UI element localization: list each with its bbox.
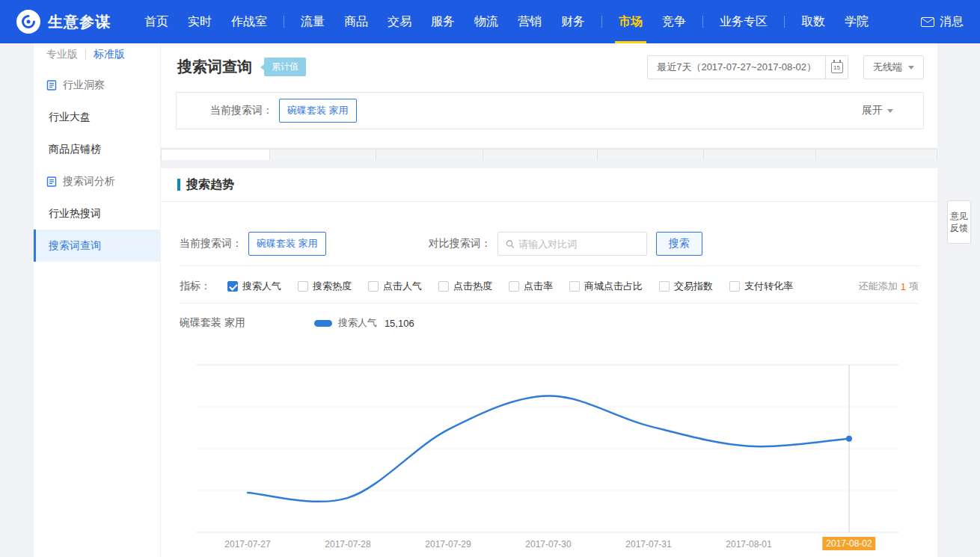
metrics-label: 指标：	[180, 280, 211, 293]
nav-item-service[interactable]: 服务	[421, 0, 465, 43]
x-axis-label: 2017-07-31	[625, 539, 671, 550]
brand[interactable]: 生意参谋	[16, 10, 111, 34]
current-word-chip[interactable]: 碗碟套装 家用	[279, 99, 357, 123]
section-tab[interactable]	[703, 149, 815, 160]
current-word-panel: 当前搜索词： 碗碟套装 家用 展开	[176, 92, 924, 129]
message-button[interactable]: 消息	[921, 14, 964, 30]
expand-toggle[interactable]: 展开	[862, 104, 893, 117]
section-tab[interactable]	[269, 149, 376, 160]
page-header-panel: 搜索词查询 累计值 最近7天（2017-07-27~2017-08-02） 15…	[161, 43, 937, 147]
sidebar-item-search-word-query[interactable]: 搜索词查询	[34, 230, 160, 262]
divider	[180, 303, 919, 304]
section-title-bar	[177, 179, 180, 191]
legend-name: 搜索人气	[338, 316, 377, 330]
metric-label: 商城点击占比	[584, 280, 643, 293]
cumulative-badge: 累计值	[264, 58, 306, 76]
envelope-icon	[921, 17, 934, 27]
metric-click-heat[interactable]: 点击热度	[438, 280, 492, 293]
version-pro[interactable]: 专业版	[46, 48, 78, 61]
x-axis-label: 2017-07-27	[224, 539, 270, 550]
nav-item-market[interactable]: 市场	[609, 0, 652, 43]
nav-item-realtime[interactable]: 实时	[178, 0, 221, 43]
sidebar-item-label: 搜索词分析	[63, 175, 115, 188]
checkbox-icon[interactable]	[729, 281, 740, 292]
nav-item-marketing[interactable]: 营销	[508, 0, 551, 43]
compare-word-input[interactable]	[518, 239, 638, 250]
title-row: 搜索词查询 累计值	[177, 57, 306, 77]
nav-menu: 首页 实时 作战室 流量 商品 交易 服务 物流 营销 财务 市场 竞争 业务专…	[135, 0, 878, 43]
checkbox-checked-icon[interactable]	[227, 281, 238, 292]
legend-search-popularity[interactable]: 搜索人气 15,106	[314, 316, 414, 330]
section-tab[interactable]	[161, 149, 269, 160]
nav-item-competition[interactable]: 竞争	[652, 0, 696, 43]
date-range-label: 最近7天（2017-07-27~2017-08-02）	[657, 61, 816, 74]
checkbox-icon[interactable]	[298, 281, 308, 292]
sidebar-item-industry-hot-words[interactable]: 行业热搜词	[34, 197, 160, 230]
version-standard[interactable]: 标准版	[94, 48, 125, 61]
doc-icon	[46, 80, 57, 90]
current-word-label: 当前搜索词：	[180, 237, 242, 250]
calendar-button[interactable]: 15	[826, 55, 848, 79]
doc-icon	[46, 176, 57, 187]
section-tab[interactable]	[597, 149, 703, 160]
device-selector[interactable]: 无线端	[863, 55, 924, 79]
section-tab[interactable]	[483, 149, 597, 160]
current-word-label: 当前搜索词：	[210, 104, 273, 117]
calendar-day: 15	[833, 64, 840, 71]
nav-item-data-extract[interactable]: 取数	[791, 0, 835, 43]
device-label: 无线端	[873, 61, 902, 74]
date-range-selector[interactable]: 最近7天（2017-07-27~2017-08-02）	[647, 55, 826, 79]
trend-chart-svg[interactable]	[196, 357, 899, 533]
nav-item-logistics[interactable]: 物流	[465, 0, 508, 43]
checkbox-icon[interactable]	[569, 281, 580, 292]
x-axis-labels: 2017-07-272017-07-282017-07-292017-07-30…	[196, 537, 899, 555]
metric-mall-click-share[interactable]: 商城点击占比	[569, 280, 643, 293]
nav-item-finance[interactable]: 财务	[551, 0, 595, 43]
metric-label: 搜索人气	[242, 280, 281, 293]
metric-trade-index[interactable]: 交易指数	[659, 280, 713, 293]
metric-pay-conversion[interactable]: 支付转化率	[729, 280, 793, 293]
search-button[interactable]: 搜索	[656, 232, 702, 256]
section-tab[interactable]	[815, 149, 937, 160]
divider	[180, 265, 919, 266]
metric-click-popularity[interactable]: 点击人气	[368, 280, 422, 293]
nav-item-business-zone[interactable]: 业务专区	[710, 0, 777, 43]
sidebar-item-industry-insight[interactable]: 行业洞察	[34, 69, 160, 101]
current-word-chip[interactable]: 碗碟套装 家用	[248, 232, 326, 256]
checkbox-icon[interactable]	[368, 281, 379, 292]
metric-search-popularity[interactable]: 搜索人气	[227, 280, 281, 293]
section-tab[interactable]	[376, 149, 483, 160]
nav-item-traffic[interactable]: 流量	[291, 0, 334, 43]
search-trend-panel: 搜索趋势 当前搜索词： 碗碟套装 家用 对比搜索词： 搜索 指标： 搜索人气 搜…	[161, 168, 937, 557]
metric-search-heat[interactable]: 搜索热度	[298, 280, 352, 293]
nav-item-academy[interactable]: 学院	[835, 0, 878, 43]
metric-label: 点击人气	[383, 280, 422, 293]
checkbox-icon[interactable]	[438, 281, 449, 292]
feedback-line2: 反馈	[950, 222, 968, 234]
nav-item-war-room[interactable]: 作战室	[221, 0, 277, 43]
x-axis-label: 2017-07-30	[525, 539, 571, 550]
compare-search-box	[497, 232, 647, 256]
chevron-down-icon	[908, 66, 914, 70]
top-navigation: 生意参谋 首页 实时 作战室 流量 商品 交易 服务 物流 营销 财务 市场 竞…	[0, 0, 980, 43]
sidebar-item-industry-overview[interactable]: 行业大盘	[34, 101, 160, 133]
section-header: 搜索趋势	[161, 168, 937, 202]
nav-item-goods[interactable]: 商品	[334, 0, 378, 43]
trend-chart: 2017-07-272017-07-282017-07-292017-07-30…	[196, 357, 899, 557]
metric-click-rate[interactable]: 点击率	[509, 280, 553, 293]
search-icon	[506, 239, 515, 249]
feedback-line1: 意见	[950, 210, 968, 222]
nav-item-trade[interactable]: 交易	[378, 0, 421, 43]
sidebar-item-goods-shop-rank[interactable]: 商品店铺榜	[34, 133, 160, 165]
add-more-hint: 还能添加 1 项	[859, 280, 919, 293]
legend-line-marker	[314, 320, 332, 327]
sidebar-item-search-word-analysis[interactable]: 搜索词分析	[34, 165, 160, 197]
nav-item-home[interactable]: 首页	[135, 0, 178, 43]
checkbox-icon[interactable]	[509, 281, 519, 292]
metrics-row: 指标： 搜索人气 搜索热度 点击人气 点击热度 点击率 商城点击占比 交易指数	[180, 271, 919, 301]
checkbox-icon[interactable]	[659, 281, 670, 292]
sidebar-item-label: 行业大盘	[49, 111, 91, 124]
sidebar-item-label: 行业洞察	[63, 79, 105, 92]
feedback-button[interactable]: 意见 反馈	[947, 200, 971, 244]
sidebar-item-label: 搜索词查询	[49, 239, 101, 253]
